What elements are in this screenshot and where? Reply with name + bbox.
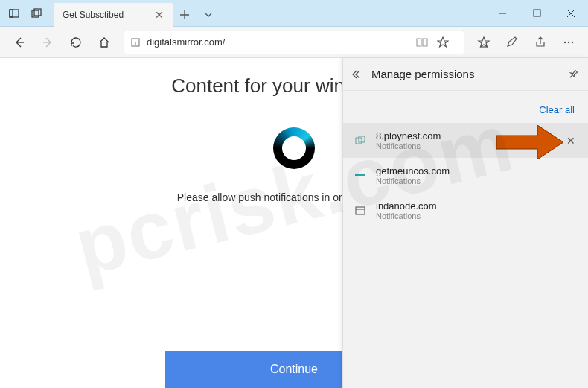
toolbar: digitalsmirror.com/ [0,27,588,58]
svg-rect-0 [10,10,19,17]
svg-point-8 [572,41,573,42]
title-bar: Get Subsctibed ✕ [0,0,588,27]
address-bar[interactable]: digitalsmirror.com/ [124,31,464,54]
panel-title: Manage permissions [371,68,567,80]
share-button[interactable] [527,29,554,56]
permission-type: Notifications [376,212,578,220]
browser-tab[interactable]: Get Subsctibed ✕ [54,3,173,27]
pin-icon[interactable] [567,69,579,80]
permissions-panel: Manage permissions Clear all 8.ploynest.… [342,58,588,388]
svg-rect-3 [34,9,41,16]
panel-back-icon[interactable] [352,69,364,80]
minimize-button[interactable] [485,0,520,27]
site-icon [354,134,367,147]
svg-rect-2 [32,10,39,17]
svg-rect-1 [10,10,13,17]
close-window-button[interactable] [554,0,588,27]
site-info-icon[interactable] [130,37,141,48]
address-text: digitalsmirror.com/ [147,36,416,48]
more-button[interactable] [555,29,582,56]
tab-chevron-icon[interactable] [196,3,220,27]
refresh-button[interactable] [63,29,89,56]
clear-all-link[interactable]: Clear all [343,91,588,123]
permission-domain: 8.ploynest.com [376,130,555,141]
svg-point-7 [568,41,569,42]
new-tab-button[interactable] [173,3,196,27]
reading-view-icon[interactable] [416,37,437,48]
remove-permission-icon[interactable]: ✕ [564,135,578,147]
svg-rect-12 [356,207,365,214]
site-icon [354,169,367,182]
maximize-button[interactable] [520,0,554,27]
notes-button[interactable] [499,29,525,56]
favorites-button[interactable] [470,29,497,56]
setaside-icon[interactable] [25,2,48,25]
tab-close-icon[interactable]: ✕ [155,9,164,21]
svg-rect-11 [355,174,365,176]
back-button[interactable] [6,29,33,56]
permission-item[interactable]: indanode.com Notifications [343,193,588,228]
permission-type: Notifications [376,141,555,150]
svg-point-6 [564,41,566,42]
favorite-star-icon[interactable] [437,36,458,48]
permission-domain: indanode.com [376,200,578,212]
spinner-icon [273,127,315,169]
permission-domain: getmeuncos.com [376,165,578,176]
permission-item[interactable]: 8.ploynest.com Notifications ✕ [343,123,588,158]
taskview-icon[interactable] [3,2,25,25]
forward-button[interactable] [34,29,61,56]
site-icon [354,204,367,217]
permission-type: Notifications [376,176,578,185]
panel-header: Manage permissions [343,58,588,91]
permission-item[interactable]: getmeuncos.com Notifications [343,158,588,193]
home-button[interactable] [91,29,118,56]
svg-rect-4 [534,10,540,16]
tab-title: Get Subsctibed [63,10,147,20]
